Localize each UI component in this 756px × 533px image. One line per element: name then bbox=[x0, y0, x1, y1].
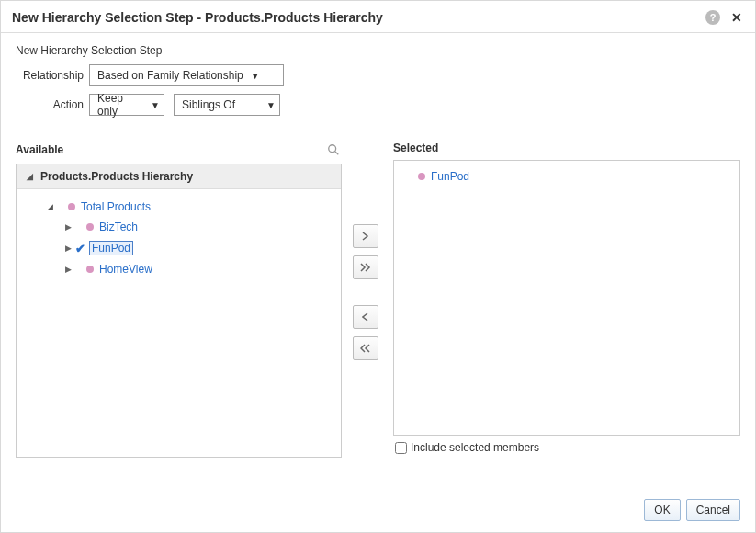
selected-item[interactable]: FunPod bbox=[401, 168, 732, 185]
available-tree: ◢ Products.Products Hierarchy ◢ Total Pr… bbox=[16, 164, 342, 458]
tree-node-label: BizTech bbox=[99, 221, 138, 233]
available-header: Available bbox=[16, 142, 342, 158]
include-members-label: Include selected members bbox=[411, 441, 539, 454]
selected-item-label: FunPod bbox=[431, 170, 469, 183]
chevron-down-icon: ▼ bbox=[251, 71, 260, 81]
action-select-value: Keep only bbox=[97, 92, 143, 118]
chevron-down-icon: ▼ bbox=[266, 100, 276, 110]
action-label: Action bbox=[16, 98, 89, 111]
shuttle-buttons bbox=[353, 224, 382, 360]
bullet-icon bbox=[86, 266, 94, 273]
tree-node-homeview[interactable]: ▶ HomeView bbox=[22, 259, 335, 279]
svg-point-0 bbox=[329, 145, 336, 153]
dialog-subtitle: New Hierarchy Selection Step bbox=[16, 44, 740, 57]
tree-root[interactable]: ◢ Products.Products Hierarchy bbox=[17, 164, 341, 189]
check-icon: ✔ bbox=[75, 242, 85, 255]
dialog-footer: OK Cancel bbox=[1, 488, 755, 532]
bullet-icon bbox=[418, 173, 425, 180]
cancel-button[interactable]: Cancel bbox=[686, 499, 740, 521]
collapse-icon[interactable]: ◢ bbox=[44, 202, 55, 211]
ok-button[interactable]: OK bbox=[644, 499, 680, 521]
tree-node-label: FunPod bbox=[89, 241, 133, 255]
available-title: Available bbox=[16, 143, 63, 156]
action-select-2-value: Siblings Of bbox=[182, 98, 259, 111]
selected-panel: Selected FunPod Include selected members bbox=[393, 142, 740, 459]
action-select[interactable]: Keep only ▼ bbox=[89, 94, 164, 116]
search-icon[interactable] bbox=[325, 142, 342, 158]
move-left-button[interactable] bbox=[353, 305, 378, 329]
expand-icon[interactable]: ▶ bbox=[62, 265, 73, 274]
chevron-down-icon: ▼ bbox=[151, 100, 160, 110]
relationship-select[interactable]: Based on Family Relationship ▼ bbox=[89, 64, 284, 86]
panels-row: Available ◢ Products.Products Hierarchy … bbox=[16, 142, 740, 459]
dialog-title: New Hierarchy Selection Step - Products.… bbox=[12, 10, 705, 25]
tree-node-label: Total Products bbox=[81, 200, 151, 213]
dialog-body: New Hierarchy Selection Step Relationshi… bbox=[1, 44, 755, 488]
dialog: New Hierarchy Selection Step - Products.… bbox=[0, 0, 756, 533]
relationship-row: Relationship Based on Family Relationshi… bbox=[16, 64, 740, 86]
close-icon[interactable]: ✕ bbox=[729, 10, 744, 25]
tree-node-label: HomeView bbox=[99, 263, 152, 276]
bullet-icon bbox=[68, 203, 75, 210]
expand-icon[interactable]: ▶ bbox=[62, 244, 73, 253]
tree-node-total-products[interactable]: ◢ Total Products bbox=[22, 197, 335, 217]
move-all-left-button[interactable] bbox=[353, 336, 378, 360]
relationship-label: Relationship bbox=[16, 69, 89, 82]
action-select-2[interactable]: Siblings Of ▼ bbox=[174, 94, 280, 116]
selected-header: Selected bbox=[393, 142, 740, 154]
bullet-icon bbox=[86, 223, 94, 231]
tree-node-biztech[interactable]: ▶ BizTech bbox=[22, 217, 335, 237]
separator bbox=[1, 32, 755, 33]
svg-line-1 bbox=[335, 152, 339, 155]
move-right-button[interactable] bbox=[353, 224, 378, 248]
selected-list: FunPod bbox=[393, 160, 740, 436]
help-icon[interactable]: ? bbox=[705, 10, 720, 25]
tree-root-label: Products.Products Hierarchy bbox=[40, 170, 193, 183]
move-all-right-button[interactable] bbox=[353, 255, 378, 279]
collapse-icon[interactable]: ◢ bbox=[24, 172, 35, 181]
action-row: Action Keep only ▼ Siblings Of ▼ bbox=[16, 94, 740, 116]
relationship-select-value: Based on Family Relationship bbox=[97, 69, 243, 82]
selected-title: Selected bbox=[393, 142, 438, 154]
include-members-checkbox[interactable] bbox=[395, 442, 407, 454]
include-members-row: Include selected members bbox=[393, 436, 740, 459]
expand-icon[interactable]: ▶ bbox=[62, 222, 73, 232]
tree-body: ◢ Total Products ▶ BizTech ▶ bbox=[17, 189, 341, 287]
available-panel: Available ◢ Products.Products Hierarchy … bbox=[16, 142, 342, 458]
tree-node-funpod[interactable]: ▶ ✔ FunPod bbox=[22, 237, 335, 259]
title-bar: New Hierarchy Selection Step - Products.… bbox=[1, 1, 755, 32]
